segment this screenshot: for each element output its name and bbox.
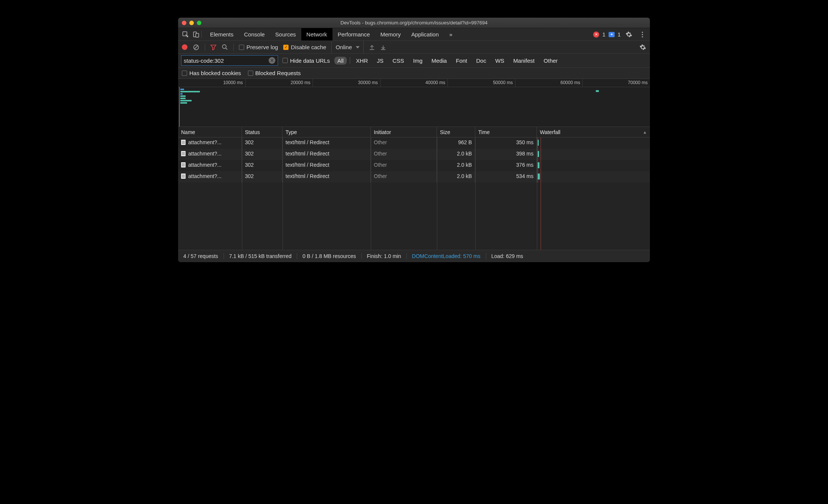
file-icon bbox=[181, 140, 186, 145]
table-row[interactable]: attachment?...302text/html / RedirectOth… bbox=[178, 171, 650, 183]
cell-time: 350 ms bbox=[475, 137, 537, 149]
type-filter-img[interactable]: Img bbox=[410, 57, 426, 65]
table-row[interactable]: attachment?...302text/html / RedirectOth… bbox=[178, 137, 650, 149]
download-har-icon[interactable] bbox=[380, 44, 386, 50]
header-initiator[interactable]: Initiator bbox=[371, 127, 437, 137]
overview-timeline[interactable]: 10000 ms20000 ms30000 ms40000 ms50000 ms… bbox=[178, 79, 650, 127]
cell-waterfall bbox=[537, 160, 650, 171]
header-time[interactable]: Time bbox=[475, 127, 537, 137]
filter-input-wrapper[interactable]: ✕ bbox=[181, 55, 278, 66]
cell-status: 302 bbox=[242, 171, 283, 183]
settings-gear-icon[interactable] bbox=[624, 31, 634, 38]
tab-elements[interactable]: Elements bbox=[205, 28, 239, 41]
tabs-overflow-button[interactable]: » bbox=[444, 31, 458, 38]
cell-status: 302 bbox=[242, 149, 283, 160]
cell-name: attachment?... bbox=[188, 162, 222, 168]
cell-initiator: Other bbox=[371, 171, 437, 183]
overview-tick: 20000 ms bbox=[245, 79, 313, 87]
traffic-lights bbox=[182, 21, 201, 25]
status-bar: 4 / 57 requests 7.1 kB / 515 kB transfer… bbox=[178, 250, 650, 262]
svg-line-9 bbox=[226, 48, 227, 50]
type-filter-font[interactable]: Font bbox=[453, 57, 470, 65]
cell-size: 2.0 kB bbox=[437, 160, 475, 171]
header-status[interactable]: Status bbox=[242, 127, 283, 137]
tab-network[interactable]: Network bbox=[301, 28, 332, 41]
close-window-button[interactable] bbox=[182, 21, 186, 25]
panel-tabs: ElementsConsoleSourcesNetworkPerformance… bbox=[205, 28, 444, 41]
clear-icon[interactable] bbox=[193, 44, 199, 51]
header-type[interactable]: Type bbox=[283, 127, 371, 137]
has-blocked-cookies-checkbox[interactable]: Has blocked cookies bbox=[182, 70, 241, 76]
table-row[interactable]: attachment?...302text/html / RedirectOth… bbox=[178, 149, 650, 160]
minimize-window-button[interactable] bbox=[189, 21, 194, 25]
header-waterfall[interactable]: Waterfall▲ bbox=[537, 127, 650, 137]
error-badge-icon[interactable]: ✕ bbox=[593, 32, 599, 38]
type-filter-doc[interactable]: Doc bbox=[473, 57, 489, 65]
info-badge-icon[interactable]: ✦ bbox=[609, 32, 615, 37]
network-settings-gear-icon[interactable] bbox=[639, 44, 646, 51]
cell-status: 302 bbox=[242, 160, 283, 171]
more-menu-icon[interactable] bbox=[637, 31, 648, 38]
preserve-log-box[interactable] bbox=[239, 45, 244, 50]
blocked-requests-checkbox[interactable]: Blocked Requests bbox=[248, 70, 301, 76]
filter-bar: ✕ Hide data URLs AllXHRJSCSSImgMediaFont… bbox=[178, 54, 650, 68]
search-icon[interactable] bbox=[222, 44, 228, 50]
svg-point-3 bbox=[642, 32, 643, 33]
device-toggle-icon[interactable] bbox=[191, 31, 201, 38]
type-filter-all[interactable]: All bbox=[334, 57, 347, 65]
type-filter-manifest[interactable]: Manifest bbox=[510, 57, 538, 65]
inspect-element-icon[interactable] bbox=[180, 31, 191, 38]
status-transferred: 7.1 kB / 515 kB transferred bbox=[224, 253, 298, 259]
hide-data-urls-checkbox[interactable]: Hide data URLs bbox=[283, 57, 330, 64]
titlebar: DevTools - bugs.chromium.org/p/chromium/… bbox=[178, 18, 650, 28]
cell-time: 376 ms bbox=[475, 160, 537, 171]
cell-initiator: Other bbox=[371, 160, 437, 171]
cell-type: text/html / Redirect bbox=[283, 149, 371, 160]
type-filter-js[interactable]: JS bbox=[374, 57, 387, 65]
tab-application[interactable]: Application bbox=[406, 28, 444, 41]
cell-initiator: Other bbox=[371, 137, 437, 149]
error-count: 1 bbox=[602, 31, 605, 38]
type-filter-ws[interactable]: WS bbox=[492, 57, 507, 65]
file-icon bbox=[181, 174, 186, 179]
table-row[interactable]: attachment?...302text/html / RedirectOth… bbox=[178, 160, 650, 171]
record-button[interactable] bbox=[182, 44, 187, 50]
filter-input[interactable] bbox=[184, 57, 269, 64]
disable-cache-checkbox[interactable]: Disable cache bbox=[283, 44, 326, 50]
cell-initiator: Other bbox=[371, 149, 437, 160]
svg-line-7 bbox=[195, 45, 198, 49]
table-header: Name Status Type Initiator Size Time Wat… bbox=[178, 127, 650, 137]
has-blocked-cookies-label: Has blocked cookies bbox=[189, 70, 241, 76]
throttling-dropdown[interactable]: Online bbox=[331, 41, 363, 53]
hide-data-urls-label: Hide data URLs bbox=[290, 57, 330, 64]
clear-filter-icon[interactable]: ✕ bbox=[269, 57, 275, 64]
filter-icon[interactable] bbox=[210, 44, 216, 50]
tab-console[interactable]: Console bbox=[239, 28, 270, 41]
type-filter-other[interactable]: Other bbox=[541, 57, 561, 65]
header-name[interactable]: Name bbox=[178, 127, 242, 137]
overview-cursor bbox=[179, 87, 180, 127]
cell-size: 2.0 kB bbox=[437, 149, 475, 160]
tab-performance[interactable]: Performance bbox=[332, 28, 375, 41]
cell-status: 302 bbox=[242, 137, 283, 149]
overview-tick: 50000 ms bbox=[447, 79, 515, 87]
cell-time: 398 ms bbox=[475, 149, 537, 160]
maximize-window-button[interactable] bbox=[197, 21, 201, 25]
cell-size: 962 B bbox=[437, 137, 475, 149]
upload-har-icon[interactable] bbox=[369, 44, 375, 50]
resource-type-filters: AllXHRJSCSSImgMediaFontDocWSManifestOthe… bbox=[334, 57, 561, 65]
svg-point-5 bbox=[642, 36, 643, 37]
preserve-log-checkbox[interactable]: Preserve log bbox=[239, 44, 278, 50]
tab-sources[interactable]: Sources bbox=[270, 28, 301, 41]
type-filter-css[interactable]: CSS bbox=[390, 57, 407, 65]
header-size[interactable]: Size bbox=[437, 127, 475, 137]
cell-name: attachment?... bbox=[188, 173, 222, 179]
overview-ticks: 10000 ms20000 ms30000 ms40000 ms50000 ms… bbox=[178, 79, 650, 87]
cell-name: attachment?... bbox=[188, 151, 222, 157]
overview-late-bar bbox=[596, 90, 599, 92]
type-filter-media[interactable]: Media bbox=[429, 57, 450, 65]
type-filter-xhr[interactable]: XHR bbox=[353, 57, 371, 65]
disable-cache-box[interactable] bbox=[283, 45, 289, 50]
tab-memory[interactable]: Memory bbox=[375, 28, 406, 41]
disable-cache-label: Disable cache bbox=[291, 44, 326, 50]
